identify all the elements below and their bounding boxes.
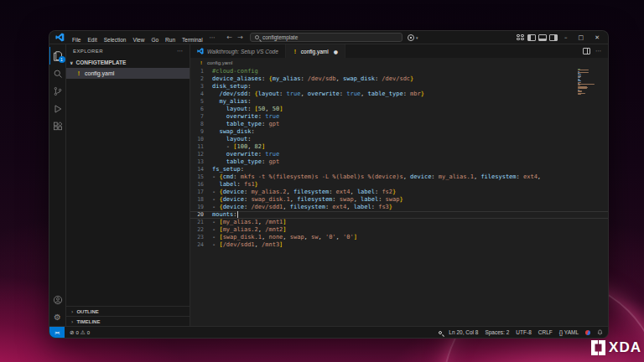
code-line-3[interactable]: 3disk_setup: [190, 83, 608, 90]
text-cursor [237, 211, 238, 218]
status-yaml[interactable]: {} YAML [559, 329, 579, 335]
code-line-1[interactable]: 1#cloud-config [190, 68, 608, 75]
code-line-18[interactable]: 18- {device: swap_disk.1, filesystem: sw… [190, 196, 608, 204]
code-line-20[interactable]: 20mounts: [190, 211, 608, 219]
code-line-13[interactable]: 13 table_type: gpt [190, 158, 608, 166]
menu-selection[interactable]: Selection [101, 37, 130, 43]
menu-file[interactable]: File [69, 37, 84, 43]
status-utf-8[interactable]: UTF-8 [516, 329, 531, 335]
code-line-19[interactable]: 19- {device: /dev/sdd1, filesystem: ext4… [190, 204, 608, 211]
code-line-4[interactable]: 4 /dev/sdd: {layout: true, overwrite: tr… [190, 90, 608, 98]
code-line-16[interactable]: 16 label: fs1} [190, 181, 608, 189]
sidebar-section-timeline[interactable]: ›TIMELINE [66, 316, 190, 326]
code-text: swap_disk: [212, 128, 255, 136]
code-text: label: fs1} [212, 181, 258, 189]
folder-section-header[interactable]: ∨ CONFIGTEMPLATE [66, 57, 190, 68]
activity-explorer-button[interactable]: 1 [49, 47, 66, 65]
menu-run[interactable]: Run [162, 37, 179, 43]
extension-status-icon[interactable] [585, 330, 590, 335]
code-text: - {device: my_alias.2, filesystem: ext4,… [212, 189, 396, 196]
minimap[interactable] [578, 69, 596, 95]
code-line-8[interactable]: 8 table_type: gpt [190, 121, 608, 128]
code-line-7[interactable]: 7 overwrite: true [190, 113, 608, 121]
line-number: 24 [190, 241, 204, 249]
code-text: device_aliases: {my_alias: /dev/sdb, swa… [212, 75, 413, 83]
account-icon [53, 295, 63, 305]
search-icon [53, 69, 63, 79]
editor-actions: ⋯ [583, 44, 608, 58]
code-line-23[interactable]: 23- [swap_disk.1, none, swap, sw, '0', '… [190, 234, 608, 241]
code-line-5[interactable]: 5 my_alias: [190, 98, 608, 106]
status-spaces-2[interactable]: Spaces: 2 [485, 329, 509, 335]
toggle-secondary-sidebar-icon[interactable] [549, 34, 558, 41]
settings-button[interactable]: ⚙ [49, 308, 66, 326]
sidebar-title: EXPLORER [73, 49, 103, 54]
status-ln-20-col-8[interactable]: Ln 20, Col 8 [449, 329, 478, 335]
code-line-2[interactable]: 2device_aliases: {my_alias: /dev/sdb, sw… [190, 75, 608, 83]
minimize-button[interactable]: – [560, 34, 572, 41]
account-button[interactable] [49, 291, 66, 308]
line-number: 14 [190, 166, 204, 173]
menu-more-button[interactable]: ⋯ [206, 34, 219, 41]
search-icon [255, 35, 259, 39]
code-line-6[interactable]: 6 layout: [50, 50] [190, 106, 608, 113]
activity-search-button[interactable] [49, 65, 66, 82]
code-line-17[interactable]: 17- {device: my_alias.2, filesystem: ext… [190, 189, 608, 196]
code-text: - [/dev/sdd1, /mnt3] [212, 241, 283, 249]
split-editor-icon[interactable] [583, 48, 590, 54]
code-line-14[interactable]: 14fs_setup: [190, 166, 608, 173]
breadcrumb[interactable]: ! config.yaml [190, 58, 608, 67]
customize-layout-icon[interactable] [517, 34, 525, 41]
more-actions-icon[interactable]: ⋯ [595, 48, 601, 54]
code-text: - [100, 82] [212, 143, 265, 151]
toggle-sidebar-icon[interactable] [527, 34, 536, 41]
warning-icon: ⚠ [80, 329, 86, 336]
tab-config-yaml[interactable]: ! config.yaml ● [286, 44, 345, 58]
back-icon[interactable]: ← [227, 34, 233, 41]
file-item-config-yaml[interactable]: ! config.yaml [66, 68, 190, 79]
code-editor[interactable]: 1#cloud-config2device_aliases: {my_alias… [190, 67, 608, 326]
notifications-bell-icon[interactable] [597, 329, 603, 335]
line-number: 8 [190, 121, 204, 128]
copilot-menu[interactable]: ▾ [408, 34, 418, 41]
activity-run-debug-button[interactable] [49, 100, 66, 117]
menu-terminal[interactable]: Terminal [179, 37, 206, 43]
code-line-21[interactable]: 21- [my_alias.1, /mnt1] [190, 219, 608, 226]
line-number: 2 [190, 75, 204, 83]
close-button[interactable]: ✕ [590, 34, 605, 41]
folder-name: CONFIGTEMPLATE [75, 59, 126, 65]
menu-edit[interactable]: Edit [84, 37, 100, 43]
line-number: 12 [190, 151, 204, 158]
sidebar-section-outline[interactable]: ›OUTLINE [66, 306, 190, 316]
code-line-10[interactable]: 10 layout: [190, 136, 608, 143]
code-line-12[interactable]: 12 overwrite: true [190, 151, 608, 158]
code-line-9[interactable]: 9 swap_disk: [190, 128, 608, 136]
maximize-button[interactable]: □ [574, 34, 589, 41]
code-line-24[interactable]: 24- [/dev/sdd1, /mnt3] [190, 241, 608, 249]
history-nav: ← → [227, 34, 243, 41]
zoom-indicator-icon[interactable] [439, 331, 442, 334]
line-number: 20 [190, 211, 204, 219]
command-center-search[interactable]: configtemplate [250, 33, 402, 42]
code-line-22[interactable]: 22- [my_alias.2, /mnt2] [190, 226, 608, 234]
forward-icon[interactable]: → [237, 34, 243, 41]
code-text: /dev/sdd: {layout: true, overwrite: true… [212, 90, 424, 98]
search-input[interactable]: configtemplate [262, 34, 298, 40]
menu-view[interactable]: View [129, 37, 148, 43]
code-line-15[interactable]: 15- {cmd: mkfs -t %(filesystem)s -L %(la… [190, 173, 608, 181]
modified-dot-icon[interactable]: ● [334, 49, 338, 54]
source-control-icon [53, 86, 63, 96]
yaml-file-icon: ! [293, 49, 298, 54]
sidebar-more-button[interactable]: ⋯ [177, 48, 183, 54]
toggle-panel-icon[interactable] [538, 34, 547, 41]
remote-indicator[interactable]: >< [49, 327, 65, 338]
activity-source-control-button[interactable] [49, 82, 66, 100]
vscode-logo-icon [197, 48, 204, 54]
status-crlf[interactable]: CRLF [538, 329, 553, 335]
menu-go[interactable]: Go [148, 37, 162, 43]
code-line-11[interactable]: 11 - [100, 82] [190, 143, 608, 151]
activity-extensions-button[interactable] [49, 117, 66, 135]
tab-walkthrough[interactable]: Walkthrough: Setup VS Code [190, 44, 286, 58]
code-text: table_type: gpt [212, 158, 279, 166]
problems-indicator[interactable]: ⊘ 0 ⚠ 0 [65, 329, 95, 336]
